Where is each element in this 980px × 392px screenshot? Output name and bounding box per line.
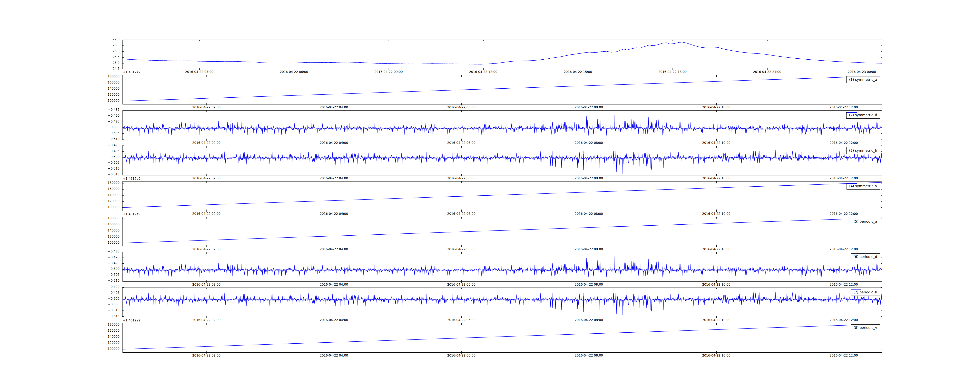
x-tick-label-symmetric_d: 2016-04-22 10:00	[702, 141, 730, 145]
x-tick-label-periodic_d: 2016-04-22 06:00	[447, 283, 476, 286]
y-axis-offset-label-symmetric_v: +1.4612e9	[123, 177, 140, 180]
legend-line-sample-icon	[846, 112, 857, 113]
x-tick-label-temperature: 2016-04-22 06:00	[280, 70, 308, 74]
y-tick-label-symmetric_h: −0.510	[80, 167, 119, 171]
x-tick-label-symmetric_a: 2016-04-22 06:00	[447, 106, 476, 109]
y-tick-label-periodic_d: −0.505	[80, 273, 119, 277]
y-tick-label-symmetric_v: 140000	[80, 193, 119, 197]
x-tick-label-symmetric_a: 2016-04-22 10:00	[702, 106, 730, 109]
legend-symmetric_v: (4) symmetric_v	[846, 183, 880, 190]
y-axis-offset-label-periodic_v: +1.4612e9	[123, 319, 140, 322]
y-tick-label-periodic_h: −0.515	[80, 314, 119, 318]
y-tick-label-symmetric_v: 180000	[80, 181, 119, 185]
x-tick-label-symmetric_d: 2016-04-22 08:00	[575, 141, 603, 145]
x-tick-label-symmetric_a: 2016-04-22 08:00	[575, 106, 603, 109]
x-tick-label-periodic_a: 2016-04-22 04:00	[320, 247, 348, 251]
x-tick-label-symmetric_v: 2016-04-22 06:00	[447, 212, 476, 215]
x-tick-label-symmetric_d: 2016-04-22 06:00	[447, 141, 476, 145]
x-tick-label-temperature: 2016-04-22 03:00	[185, 70, 213, 74]
plot-canvas-symmetric_d	[123, 110, 882, 140]
y-tick-label-temperature: 26.5	[80, 43, 119, 47]
plot-canvas-symmetric_a	[123, 75, 882, 105]
y-tick-label-periodic_a: 120000	[80, 235, 119, 238]
x-tick-label-periodic_v: 2016-04-22 02:00	[192, 354, 221, 357]
y-tick-label-symmetric_d: −0.500	[80, 126, 119, 129]
subplot-periodic_a: (5) periodic_a	[123, 217, 882, 246]
y-tick-label-periodic_h: −0.490	[80, 285, 119, 289]
subplot-symmetric_h: (3) symmetric_h	[123, 146, 882, 175]
y-tick-label-periodic_d: −0.500	[80, 267, 119, 271]
y-tick-label-periodic_h: −0.495	[80, 291, 119, 295]
plot-canvas-periodic_v	[123, 323, 882, 353]
x-tick-label-periodic_h: 2016-04-22 02:00	[192, 318, 221, 322]
legend-label-periodic_d: (6) periodic_d	[854, 255, 877, 259]
legend-label-symmetric_h: (3) symmetric_h	[849, 148, 877, 153]
y-tick-label-symmetric_h: −0.500	[80, 155, 119, 159]
x-tick-label-periodic_a: 2016-04-22 06:00	[447, 247, 476, 251]
x-tick-label-symmetric_d: 2016-04-22 12:00	[830, 141, 858, 145]
x-tick-label-periodic_v: 2016-04-22 12:00	[830, 354, 858, 357]
legend-symmetric_a: (1) symmetric_a	[846, 76, 880, 83]
x-tick-label-periodic_v: 2016-04-22 04:00	[320, 354, 348, 357]
legend-line-sample-icon	[846, 76, 857, 78]
y-tick-label-periodic_d: −0.490	[80, 256, 119, 259]
x-tick-label-symmetric_v: 2016-04-22 02:00	[192, 212, 221, 215]
x-tick-label-periodic_h: 2016-04-22 08:00	[575, 318, 603, 322]
x-tick-label-temperature: 2016-04-22 12:00	[469, 70, 497, 74]
x-tick-label-periodic_a: 2016-04-22 02:00	[192, 247, 221, 251]
y-tick-label-periodic_h: −0.500	[80, 297, 119, 300]
x-tick-label-temperature: 2016-04-22 18:00	[659, 70, 687, 74]
x-tick-label-symmetric_a: 2016-04-22 04:00	[320, 106, 348, 109]
legend-line-sample-icon	[851, 253, 861, 255]
x-tick-label-symmetric_h: 2016-04-22 02:00	[192, 177, 221, 180]
subplot-periodic_v: (8) periodic_v	[123, 323, 882, 352]
subplot-symmetric_d: (2) symmetric_d	[123, 110, 882, 140]
legend-periodic_d: (6) periodic_d	[851, 253, 880, 260]
y-tick-label-periodic_v: 160000	[80, 329, 119, 332]
y-tick-label-periodic_v: 140000	[80, 335, 119, 338]
x-tick-label-periodic_d: 2016-04-22 12:00	[830, 283, 858, 286]
y-tick-label-symmetric_h: −0.505	[80, 161, 119, 164]
series-periodic_a	[123, 218, 882, 243]
legend-line-sample-icon	[851, 325, 861, 326]
legend-periodic_h: (7) periodic_h	[851, 289, 880, 296]
y-tick-label-symmetric_h: −0.495	[80, 149, 119, 153]
legend-label-periodic_a: (5) periodic_a	[854, 220, 877, 223]
subplot-periodic_d: (6) periodic_d	[123, 252, 882, 282]
y-tick-label-symmetric_h: −0.490	[80, 143, 119, 147]
legend-periodic_a: (5) periodic_a	[851, 218, 880, 225]
subplot-symmetric_v: (4) symmetric_v	[123, 181, 882, 211]
x-tick-label-periodic_v: 2016-04-22 06:00	[447, 354, 476, 357]
plot-canvas-symmetric_v	[123, 182, 882, 211]
y-tick-label-symmetric_a: 180000	[80, 75, 119, 78]
x-tick-label-periodic_h: 2016-04-22 10:00	[702, 318, 730, 322]
legend-periodic_v: (8) periodic_v	[851, 324, 880, 331]
x-tick-label-periodic_v: 2016-04-22 10:00	[702, 354, 730, 357]
y-tick-label-symmetric_h: −0.515	[80, 173, 119, 176]
y-tick-label-periodic_v: 180000	[80, 323, 119, 326]
legend-line-sample-icon	[851, 218, 861, 220]
x-tick-label-temperature: 2016-04-23 00:00	[848, 70, 876, 74]
x-tick-label-temperature: 2016-04-22 21:00	[753, 70, 781, 74]
x-tick-label-symmetric_v: 2016-04-22 12:00	[830, 212, 858, 215]
y-tick-label-temperature: 25.0	[80, 61, 119, 65]
y-tick-label-temperature: 24.5	[80, 67, 119, 70]
y-axis-offset-label-symmetric_a: +1.4612e9	[123, 70, 140, 74]
series-symmetric_a	[123, 76, 882, 101]
y-tick-label-symmetric_d: −0.495	[80, 120, 119, 123]
y-tick-label-symmetric_a: 160000	[80, 81, 119, 84]
x-tick-label-symmetric_h: 2016-04-22 08:00	[575, 177, 603, 180]
series-symmetric_h	[123, 150, 882, 174]
x-tick-label-periodic_a: 2016-04-22 08:00	[575, 247, 603, 251]
subplot-temperature	[123, 40, 882, 69]
x-tick-label-periodic_d: 2016-04-22 10:00	[702, 283, 730, 286]
y-tick-label-symmetric_v: 160000	[80, 187, 119, 191]
x-tick-label-periodic_v: 2016-04-22 08:00	[575, 354, 603, 357]
plot-canvas-temperature	[123, 40, 882, 69]
y-tick-label-periodic_a: 180000	[80, 217, 119, 220]
legend-line-sample-icon	[846, 147, 857, 148]
y-tick-label-symmetric_a: 140000	[80, 87, 119, 90]
x-tick-label-symmetric_h: 2016-04-22 06:00	[447, 177, 476, 180]
subplot-periodic_h: (7) periodic_h	[123, 288, 882, 317]
y-tick-label-symmetric_d: −0.505	[80, 131, 119, 135]
